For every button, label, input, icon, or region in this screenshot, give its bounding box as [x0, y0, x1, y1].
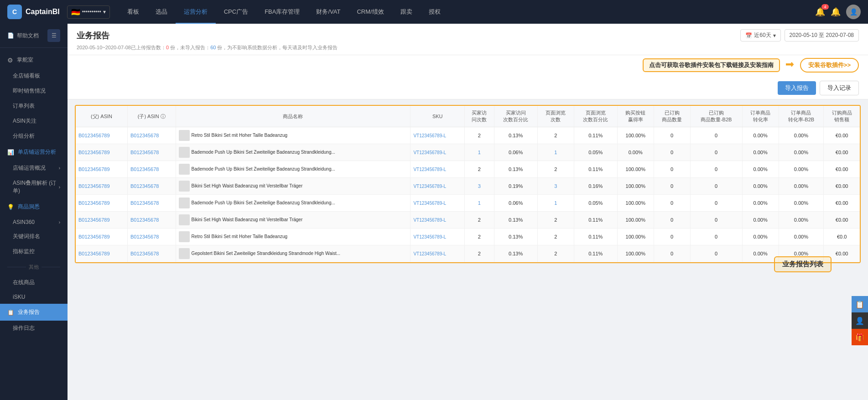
- cell-buyer-visits: 3: [465, 178, 494, 195]
- sidebar-item-store-overview[interactable]: 店铺运营概况 ›: [0, 161, 68, 176]
- plugin-install-btn[interactable]: 安装谷歌插件>>: [800, 58, 859, 73]
- user-avatar[interactable]: 👤: [846, 5, 861, 19]
- table-row[interactable]: B0123456789 B012345678 Retro Stil Bikini…: [76, 229, 860, 245]
- table-row[interactable]: B0123456789 B012345678 Bikini Set High W…: [76, 212, 860, 229]
- nav-link-authorize[interactable]: 授权: [421, 0, 449, 24]
- alert-btn[interactable]: 🔔: [831, 7, 841, 17]
- cell-order-conv-b2b: 0.00%: [779, 178, 824, 195]
- table-row[interactable]: B0123456789 B012345678 Gepolstert Bikini…: [76, 245, 860, 262]
- cell-ordered-qty-b2b: 0: [690, 127, 742, 144]
- cell-product-name: Bademode Push Up Bikini Set Zweiteilige …: [176, 144, 411, 161]
- sidebar-item-asin-order[interactable]: ASIN叠用解析 (订单) ›: [0, 176, 68, 198]
- page-header-top: 业务报告 📅 近60天 ▾ 2020-05-10 至 2020-07-08: [77, 29, 859, 42]
- sidebar-group-single-store[interactable]: 📊 单店铺运营分析: [0, 144, 68, 161]
- header-actions: 📅 近60天 ▾ 2020-05-10 至 2020-07-08: [740, 29, 859, 42]
- cell-order-conv: 0.00%: [742, 212, 779, 229]
- table-row[interactable]: B0123456789 B012345678 Retro Stil Bikini…: [76, 127, 860, 144]
- date-range-btn[interactable]: 📅 近60天 ▾: [740, 29, 780, 42]
- cell-ordered-qty: 0: [654, 195, 690, 212]
- cell-product-name: Bikini Set High Waist Badeanzug mit Vers…: [176, 212, 411, 229]
- nav-right: 🔔 4 🔔 👤: [815, 5, 861, 19]
- cell-ordered-qty: 0: [654, 245, 690, 262]
- store-selector[interactable]: 🇩🇪 •••••••••• ▾: [67, 5, 110, 19]
- nav-link-finance[interactable]: 财务/VAT: [308, 0, 348, 24]
- sidebar-section-cockpit: ⚙ 掌舵室 全店铺看板 即时销售情况 订单列表 ASIN关注 分组分析: [0, 52, 68, 144]
- plugin-notice-bar: 点击可获取谷歌插件安装包下载链接及安装指南 ⮕ 安装谷歌插件>>: [68, 55, 868, 77]
- nav-link-crm[interactable]: CRM/绩效: [348, 0, 392, 24]
- cell-page-views-pct: 0.11%: [574, 212, 617, 229]
- cell-order-conv: 0.00%: [742, 161, 779, 178]
- cell-parent-asin: B0123456789: [76, 144, 127, 161]
- cell-parent-asin: B0123456789: [76, 245, 127, 262]
- main-layout: 📄 帮助文档 ☰ ⚙ 掌舵室 全店铺看板 即时销售情况 订单列表 ASIN关注: [0, 24, 868, 400]
- table-row[interactable]: B0123456789 B012345678 Bademode Push Up …: [76, 161, 860, 178]
- table-row[interactable]: B0123456789 B012345678 Bikini Set High W…: [76, 178, 860, 195]
- cell-sales: €0.00: [824, 127, 860, 144]
- cell-product-name: Gepolstert Bikini Set Zweiteilige Strand…: [176, 245, 411, 262]
- col-buyer-visits-pct: 买家访问次数百分比: [494, 106, 537, 127]
- import-record-btn[interactable]: 导入记录: [820, 81, 859, 95]
- table-row[interactable]: B0123456789 B012345678 Bademode Push Up …: [76, 144, 860, 161]
- cell-child-asin: B012345678: [127, 212, 176, 229]
- nav-link-tracking[interactable]: 跟卖: [392, 0, 421, 24]
- nav-link-select[interactable]: 选品: [147, 0, 176, 24]
- cell-sku: VT123456789-L: [411, 127, 465, 144]
- cell-page-views-pct: 0.11%: [574, 245, 617, 262]
- nav-link-kanban[interactable]: 看板: [119, 0, 147, 24]
- table-header-row: (父) ASIN (子) ASIN ⓘ 商品名称 SKU 买家访问次数 买家访问…: [76, 106, 860, 127]
- nav-link-fba[interactable]: FBA库存管理: [256, 0, 308, 24]
- insight-icon: 💡: [7, 204, 14, 210]
- arrow-icon2: ›: [59, 185, 60, 190]
- cell-product-name: Bademode Push Up Bikini Set Zweiteilige …: [176, 161, 411, 178]
- store-flag: 🇩🇪: [71, 8, 80, 16]
- sidebar-item-order-list[interactable]: 订单列表: [0, 99, 68, 114]
- sidebar-help[interactable]: 📄 帮助文档 ☰: [0, 24, 68, 48]
- page-subtitle: 2020-05-10~2020-07-08已上传报告数：0 份，未导入报告：60…: [77, 44, 859, 51]
- sidebar-item-realtime-sales[interactable]: 即时销售情况: [0, 83, 68, 99]
- cell-child-asin: B012345678: [127, 245, 176, 262]
- sidebar-item-all-stores[interactable]: 全店铺看板: [0, 68, 68, 83]
- sidebar-item-operation-log[interactable]: 操作日志: [0, 321, 68, 336]
- sidebar-group-insights[interactable]: 💡 商品洞悉: [0, 198, 68, 215]
- store-name: ••••••••••: [82, 9, 101, 15]
- cell-buy-box: 100.00%: [617, 245, 654, 262]
- float-btn-1[interactable]: 📋: [852, 296, 868, 312]
- cell-buy-box: 100.00%: [617, 212, 654, 229]
- float-btn-2[interactable]: 👤: [852, 312, 868, 329]
- sidebar-item-isku[interactable]: iSKU: [0, 290, 68, 304]
- sidebar-item-group-analysis[interactable]: 分组分析: [0, 129, 68, 144]
- cell-page-views-pct: 0.05%: [574, 144, 617, 161]
- sidebar-item-asin360[interactable]: ASIN360 ›: [0, 215, 68, 229]
- cell-ordered-qty: 0: [654, 161, 690, 178]
- nav-link-cpc[interactable]: CPC广告: [216, 0, 256, 24]
- table-row[interactable]: B0123456789 B012345678 Bademode Push Up …: [76, 195, 860, 212]
- col-buy-box: 购买按钮赢得率: [617, 106, 654, 127]
- notification-bell-btn[interactable]: 🔔 4: [815, 7, 825, 17]
- cell-child-asin: B012345678: [127, 161, 176, 178]
- sidebar-item-keyword-rank[interactable]: 关键词排名: [0, 229, 68, 244]
- page-title: 业务报告: [77, 30, 109, 41]
- sidebar-menu-toggle[interactable]: ☰: [47, 29, 60, 42]
- cell-child-asin: B012345678: [127, 195, 176, 212]
- float-btn-3[interactable]: 🎁: [852, 329, 868, 345]
- cell-sales: €0.00: [824, 212, 860, 229]
- logo-icon: C: [7, 5, 22, 19]
- import-report-btn[interactable]: 导入报告: [778, 81, 816, 95]
- cell-parent-asin: B0123456789: [76, 195, 127, 212]
- sidebar-item-business-report[interactable]: 📋 业务报告: [0, 304, 68, 321]
- cell-page-views-pct: 0.11%: [574, 127, 617, 144]
- col-order-conv: 订单商品转化率: [742, 106, 779, 127]
- sidebar-item-asin-watch[interactable]: ASIN关注: [0, 114, 68, 129]
- sidebar-item-cockpit[interactable]: ⚙ 掌舵室: [0, 52, 68, 68]
- app-logo[interactable]: C CaptainBI: [7, 5, 60, 19]
- cell-order-conv-b2b: 0.00%: [779, 195, 824, 212]
- cell-order-conv-b2b: 0.00%: [779, 212, 824, 229]
- calendar-icon: 📅: [745, 32, 752, 39]
- cell-order-conv-b2b: 0.00%: [779, 161, 824, 178]
- cell-ordered-qty: 0: [654, 212, 690, 229]
- cell-product-name: Bademode Push Up Bikini Set Zweiteilige …: [176, 195, 411, 212]
- cell-product-name: Retro Stil Bikini Set mit Hoher Taille B…: [176, 229, 411, 245]
- sidebar-item-metric-monitor[interactable]: 指标监控: [0, 244, 68, 259]
- sidebar-item-online-products[interactable]: 在线商品: [0, 275, 68, 290]
- nav-link-operations[interactable]: 运营分析: [176, 0, 216, 24]
